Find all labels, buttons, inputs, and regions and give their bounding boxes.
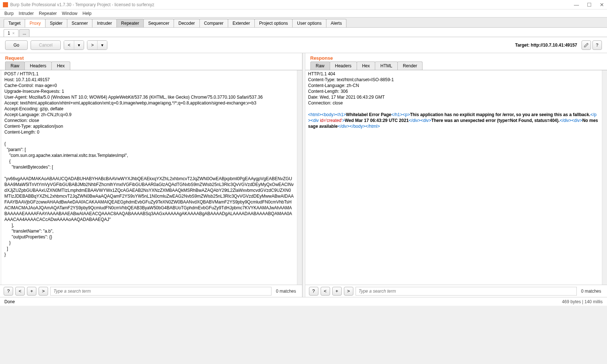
statusbar: Done 469 bytes | 140 millis: [0, 297, 607, 306]
menu-help[interactable]: Help: [83, 11, 92, 16]
nav-back-button[interactable]: <: [64, 41, 74, 50]
request-scrollbar[interactable]: [297, 70, 302, 285]
search-help-button[interactable]: ?: [4, 287, 13, 296]
resp-search-help-button[interactable]: ?: [309, 287, 318, 296]
pane-divider[interactable]: [302, 53, 305, 297]
response-pane: Response Raw Headers Hex HTML Render HTT…: [305, 53, 607, 297]
subtab-1-label: 1: [8, 31, 10, 36]
subtab-more[interactable]: ...: [19, 29, 29, 37]
request-tab-raw[interactable]: Raw: [5, 62, 25, 70]
response-scrollbar[interactable]: [602, 70, 607, 285]
nav-back-menu[interactable]: ▾: [74, 41, 84, 50]
close-button[interactable]: ✕: [600, 2, 604, 8]
tab-spider[interactable]: Spider: [45, 19, 67, 27]
request-editor[interactable]: POST / HTTP/1.1 Host: 10.7.10.41:49157 C…: [1, 70, 297, 285]
response-tab-raw[interactable]: Raw: [310, 62, 330, 70]
resp-search-next-button[interactable]: >: [344, 287, 353, 296]
pencil-icon: [584, 43, 589, 48]
nav-forward-menu[interactable]: ▾: [98, 41, 107, 50]
request-matches: 0 matches: [274, 289, 298, 294]
request-pane: Request Raw Headers Hex POST / HTTP/1.1 …: [0, 53, 302, 297]
go-button[interactable]: Go: [5, 40, 28, 50]
response-tabs: Raw Headers Hex HTML Render: [305, 62, 607, 70]
nav-back-group: < ▾: [64, 40, 84, 50]
response-tab-html[interactable]: HTML: [375, 62, 398, 70]
titlebar: Burp Suite Professional v1.7.30 - Tempor…: [0, 0, 607, 9]
response-editor[interactable]: HTTP/1.1 404 Content-Type: text/html;cha…: [305, 70, 602, 285]
split-view: Request Raw Headers Hex POST / HTTP/1.1 …: [0, 53, 607, 297]
cancel-button[interactable]: Cancel: [31, 40, 61, 50]
search-prev-button[interactable]: <: [15, 287, 25, 296]
tab-sequencer[interactable]: Sequencer: [143, 19, 174, 27]
question-icon: ?: [596, 43, 598, 48]
request-title: Request: [0, 53, 302, 62]
menu-intruder[interactable]: Intruder: [19, 11, 33, 16]
app-icon: [3, 2, 8, 7]
tab-intruder[interactable]: Intruder: [92, 19, 116, 27]
tab-comparer[interactable]: Comparer: [199, 19, 228, 27]
repeater-subtabs: 1 × ...: [0, 28, 607, 37]
menu-window[interactable]: Window: [62, 11, 78, 16]
response-matches: 0 matches: [579, 289, 603, 294]
request-searchbar: ? < + > 0 matches: [0, 285, 302, 297]
tab-user-options[interactable]: User options: [292, 19, 326, 27]
tab-scanner[interactable]: Scanner: [67, 19, 93, 27]
edit-target-button[interactable]: [582, 40, 591, 50]
minimize-button[interactable]: —: [574, 2, 579, 8]
nav-forward-button[interactable]: >: [87, 41, 98, 50]
status-text: Done: [4, 299, 562, 304]
menu-repeater[interactable]: Repeater: [39, 11, 57, 16]
tab-alerts[interactable]: Alerts: [326, 19, 347, 27]
nav-forward-group: > ▾: [87, 40, 107, 50]
resp-search-prev-button[interactable]: <: [321, 287, 330, 296]
request-tabs: Raw Headers Hex: [0, 62, 302, 70]
target-label: Target: http://10.7.10.41:49157: [515, 43, 577, 48]
request-tab-hex[interactable]: Hex: [51, 62, 70, 70]
tab-decoder[interactable]: Decoder: [174, 19, 199, 27]
response-tab-headers[interactable]: Headers: [330, 62, 357, 70]
close-icon[interactable]: ×: [12, 31, 15, 35]
subtab-1[interactable]: 1 ×: [4, 29, 19, 37]
tab-repeater[interactable]: Repeater: [116, 19, 144, 27]
menubar: Burp Intruder Repeater Window Help: [0, 9, 607, 17]
tab-target[interactable]: Target: [4, 19, 25, 27]
window-title: Burp Suite Professional v1.7.30 - Tempor…: [10, 2, 574, 7]
tab-proxy[interactable]: Proxy: [25, 19, 45, 27]
response-title: Response: [305, 53, 607, 62]
response-tab-hex[interactable]: Hex: [357, 62, 375, 70]
response-searchbar: ? < + > 0 matches: [305, 285, 607, 297]
search-add-button[interactable]: +: [27, 287, 36, 296]
menu-burp[interactable]: Burp: [4, 11, 13, 16]
tab-extender[interactable]: Extender: [228, 19, 255, 27]
tab-project-options[interactable]: Project options: [254, 19, 293, 27]
response-tab-render[interactable]: Render: [397, 62, 422, 70]
response-search-input[interactable]: [356, 287, 577, 296]
request-tab-headers[interactable]: Headers: [24, 62, 52, 70]
request-search-input[interactable]: [50, 287, 271, 296]
search-next-button[interactable]: >: [39, 287, 48, 296]
status-bytes: 469 bytes | 140 millis: [562, 299, 603, 304]
main-tabs: Target Proxy Spider Scanner Intruder Rep…: [0, 17, 607, 28]
repeater-toolbar: Go Cancel < ▾ > ▾ Target: http://10.7.10…: [0, 37, 607, 53]
maximize-button[interactable]: ☐: [587, 2, 592, 8]
resp-search-add-button[interactable]: +: [332, 287, 342, 296]
help-button[interactable]: ?: [592, 40, 602, 50]
